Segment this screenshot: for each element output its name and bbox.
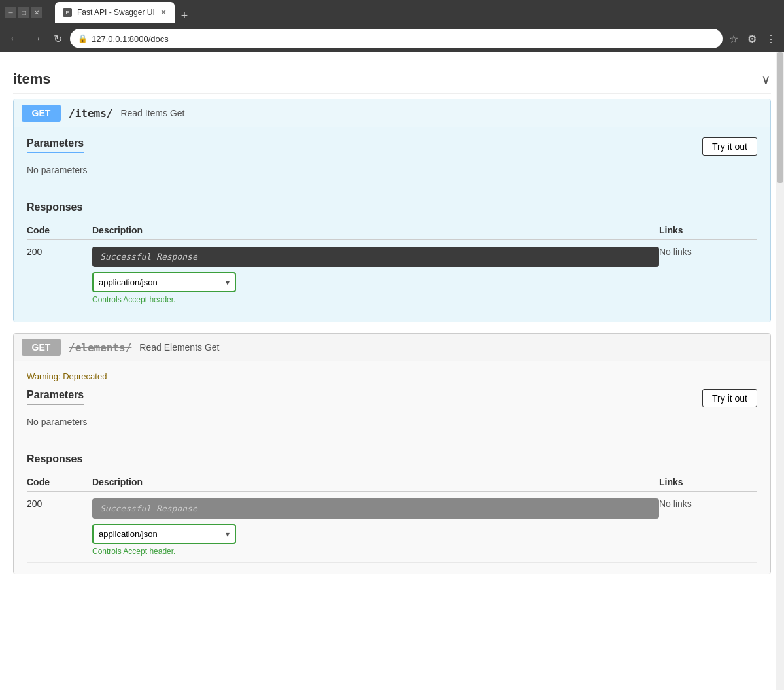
window-controls: ─ □ ✕ — [5, 7, 42, 18]
items-responses-table: Code Description Links 200 Successful Re… — [27, 221, 757, 311]
section-header: items ∨ — [13, 63, 771, 94]
scrollbar-thumb[interactable] — [777, 52, 783, 183]
tab-close-button[interactable]: ✕ — [160, 8, 167, 17]
elements-links-header: Links — [659, 473, 757, 492]
items-links-header: Links — [659, 221, 757, 240]
elements-method-badge: GET — [22, 339, 61, 356]
items-method-badge: GET — [22, 105, 61, 122]
elements-response-description-cell: Successful Response application/json ▾ C… — [92, 492, 659, 563]
items-endpoint-header[interactable]: GET /items/ Read Items Get — [14, 99, 770, 127]
url-text: 127.0.0.1:8000/docs — [92, 34, 169, 44]
minimize-button[interactable]: ─ — [5, 7, 16, 18]
elements-media-type-dropdown[interactable]: application/json — [94, 525, 220, 543]
tab-favicon: F — [63, 8, 72, 17]
items-response-row-200: 200 Successful Response application/json… — [27, 240, 757, 311]
elements-accept-header-text: Controls Accept header. — [92, 547, 659, 556]
address-bar[interactable]: 🔒 127.0.0.1:8000/docs — [70, 29, 723, 48]
menu-icon[interactable]: ⋮ — [763, 30, 779, 48]
elements-warning-text: Warning: Deprecated — [27, 371, 757, 381]
browser-toolbar: ← → ↻ 🔒 127.0.0.1:8000/docs ☆ ⚙ ⋮ — [0, 25, 784, 52]
items-parameters-section: Parameters No parameters — [27, 137, 88, 191]
items-try-it-out-button[interactable]: Try it out — [702, 137, 757, 156]
elements-endpoint-body: Warning: Deprecated Parameters No parame… — [14, 361, 770, 574]
lock-icon: 🔒 — [78, 34, 88, 43]
items-endpoint-summary: Read Items Get — [120, 108, 184, 118]
close-button[interactable]: ✕ — [31, 7, 42, 18]
swagger-container: items ∨ GET /items/ Read Items Get Param… — [0, 52, 784, 595]
elements-responses-section: Responses Code Description Links 200 — [27, 453, 757, 563]
back-button[interactable]: ← — [5, 30, 24, 47]
items-code-header: Code — [27, 221, 92, 240]
elements-code-header: Code — [27, 473, 92, 492]
reload-button[interactable]: ↻ — [50, 30, 66, 48]
items-description-header: Description — [92, 221, 659, 240]
items-dropdown-arrow-icon: ▾ — [220, 274, 235, 291]
items-endpoint-path: /items/ — [69, 107, 112, 120]
items-response-description-box: Successful Response — [92, 247, 659, 267]
scrollbar-track[interactable] — [776, 52, 784, 677]
page-content: items ∨ GET /items/ Read Items Get Param… — [0, 52, 784, 677]
elements-response-row-200: 200 Successful Response application/json… — [27, 492, 757, 563]
elements-response-description-box: Successful Response — [92, 498, 659, 519]
elements-endpoint-path: /elements/ — [69, 341, 131, 354]
items-endpoint-body: Parameters No parameters Try it out Resp… — [14, 127, 770, 322]
items-response-code: 200 — [27, 240, 92, 311]
items-media-type-dropdown[interactable]: application/json — [94, 273, 220, 291]
elements-responses-table: Code Description Links 200 Successful Re… — [27, 473, 757, 563]
tab-bar: F Fast API - Swagger UI ✕ + — [50, 2, 198, 23]
elements-no-params: No parameters — [27, 417, 88, 427]
elements-dropdown-arrow-icon: ▾ — [220, 526, 235, 543]
extensions-icon[interactable]: ⚙ — [745, 30, 759, 48]
items-responses-section: Responses Code Description Links 200 — [27, 201, 757, 311]
elements-response-code: 200 — [27, 492, 92, 563]
elements-parameters-label: Parameters — [27, 389, 84, 405]
items-response-description-cell: Successful Response application/json ▾ C… — [92, 240, 659, 311]
active-tab[interactable]: F Fast API - Swagger UI ✕ — [55, 2, 175, 23]
elements-try-it-out-button[interactable]: Try it out — [702, 389, 757, 407]
elements-endpoint-block: GET /elements/ Read Elements Get Warning… — [13, 333, 771, 574]
browser-chrome: ─ □ ✕ F Fast API - Swagger UI ✕ + ← → ↻ … — [0, 0, 784, 52]
maximize-button[interactable]: □ — [18, 7, 29, 18]
elements-params-row: Parameters No parameters Try it out — [27, 389, 757, 443]
items-responses-label: Responses — [27, 201, 757, 213]
tab-title: Fast API - Swagger UI — [77, 8, 155, 17]
new-tab-button[interactable]: + — [176, 9, 194, 23]
collapse-button[interactable]: ∨ — [761, 71, 771, 87]
elements-description-header: Description — [92, 473, 659, 492]
elements-response-links: No links — [659, 492, 757, 563]
items-parameters-label: Parameters — [27, 137, 84, 153]
items-accept-header-text: Controls Accept header. — [92, 295, 659, 304]
browser-titlebar: ─ □ ✕ F Fast API - Swagger UI ✕ + — [0, 0, 784, 25]
bookmark-icon[interactable]: ☆ — [726, 30, 741, 48]
elements-media-type-select[interactable]: application/json ▾ — [92, 524, 236, 544]
elements-responses-label: Responses — [27, 453, 757, 465]
elements-parameters-section: Parameters No parameters — [27, 389, 88, 443]
items-params-row: Parameters No parameters Try it out — [27, 137, 757, 191]
toolbar-actions: ☆ ⚙ ⋮ — [726, 30, 779, 48]
elements-endpoint-header[interactable]: GET /elements/ Read Elements Get — [14, 334, 770, 361]
section-title: items — [13, 71, 50, 88]
items-media-type-select[interactable]: application/json ▾ — [92, 272, 236, 292]
items-response-links: No links — [659, 240, 757, 311]
elements-endpoint-summary: Read Elements Get — [139, 342, 219, 353]
items-endpoint-block: GET /items/ Read Items Get Parameters No… — [13, 99, 771, 322]
items-no-params: No parameters — [27, 165, 88, 175]
forward-button[interactable]: → — [27, 30, 46, 47]
